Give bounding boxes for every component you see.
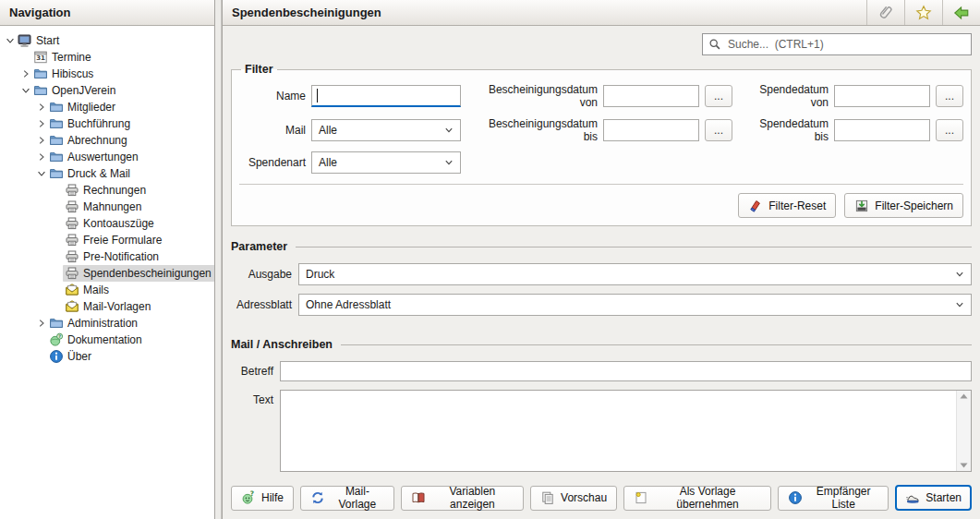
chevron-collapsed-icon[interactable] — [35, 102, 47, 114]
filter-save-button[interactable]: Filter-Speichern — [844, 193, 963, 218]
tree-item-content[interactable]: OpenJVerein — [31, 82, 119, 99]
book-icon — [411, 490, 426, 505]
bescheinigungsdatum-bis-picker-button[interactable]: ... — [705, 119, 732, 141]
chevron-down-icon — [955, 270, 964, 279]
spendedatum-bis-input[interactable] — [834, 119, 930, 141]
bescheinigungsdatum-bis-input[interactable] — [603, 119, 699, 141]
tree-item-content[interactable]: Mail-Vorlagen — [63, 298, 154, 315]
bescheinigungsdatum-von-picker-button[interactable]: ... — [705, 85, 732, 107]
tree-item-kontoauszuege[interactable]: Kontoauszüge — [0, 215, 214, 232]
bescheinigungsdatum-von-input[interactable] — [603, 85, 699, 107]
tree-item-content[interactable]: Hibiscus — [31, 66, 97, 82]
tree-item-label: Termine — [52, 51, 91, 64]
tree-item-content[interactable]: Über — [47, 348, 95, 365]
tree-item-content[interactable]: Kontoauszüge — [63, 215, 158, 232]
tree-item-content[interactable]: Start — [16, 32, 63, 49]
tree-item-label: Mail-Vorlagen — [83, 300, 151, 313]
template-icon — [634, 490, 648, 505]
als-vorlage-uebernehmen-button[interactable]: Als Vorlage übernehmen — [623, 486, 771, 511]
spendedatum-von-input[interactable] — [834, 85, 930, 107]
chevron-spacer — [51, 251, 63, 263]
tree-item-label: Mahnungen — [83, 200, 141, 213]
scroll-up-icon[interactable] — [960, 393, 968, 399]
filter-reset-button[interactable]: Filter-Reset — [738, 193, 836, 218]
page-title: Spendenbescheinigungen — [223, 6, 381, 19]
name-label: Name — [239, 90, 306, 103]
tree-item-content[interactable]: Druck & Mail — [47, 165, 134, 182]
spendenart-select-value: Alle — [319, 156, 337, 169]
hilfe-button[interactable]: ?Hilfe — [231, 486, 294, 511]
tree-item-content[interactable]: Freie Formulare — [63, 232, 165, 248]
adressblatt-select[interactable]: Ohne Adressblatt — [298, 294, 972, 316]
variablen-anzeigen-button[interactable]: Variablen anzeigen — [401, 486, 524, 511]
tree-item-buchfuehrung[interactable]: Buchführung — [0, 115, 214, 132]
chevron-collapsed-icon[interactable] — [35, 318, 47, 330]
starten-button[interactable]: Starten — [895, 485, 972, 511]
tree-item-content[interactable]: 31Termine — [31, 49, 95, 66]
search-icon — [708, 38, 721, 51]
tree-item-content[interactable]: Pre-Notification — [63, 248, 163, 265]
chevron-collapsed-icon[interactable] — [35, 151, 47, 163]
tree-item-mail-vorlagen[interactable]: Mail-Vorlagen — [0, 298, 214, 315]
tree-item-content[interactable]: ?Dokumentation — [47, 332, 146, 348]
tree-item-content[interactable]: Buchführung — [47, 115, 134, 132]
tree-item-administration[interactable]: Administration — [0, 315, 214, 332]
back-button[interactable] — [942, 0, 980, 25]
paperclip-button[interactable] — [866, 0, 904, 25]
tree-item-content[interactable]: Rechnungen — [63, 182, 150, 199]
text-area[interactable] — [281, 391, 956, 471]
tree-item-label: Kontoauszüge — [83, 217, 154, 230]
tree-item-pre-notification[interactable]: Pre-Notification — [0, 248, 214, 265]
panel-splitter[interactable] — [215, 0, 222, 519]
chevron-collapsed-icon[interactable] — [19, 68, 31, 80]
tree-item-mitglieder[interactable]: Mitglieder — [0, 99, 214, 115]
tree-item-rechnungen[interactable]: Rechnungen — [0, 182, 214, 199]
name-input-wrap — [311, 85, 461, 107]
chevron-expanded-icon[interactable] — [35, 168, 47, 180]
chevron-expanded-icon[interactable] — [19, 85, 31, 97]
star-button[interactable] — [904, 0, 942, 25]
tree-item-auswertungen[interactable]: Auswertungen — [0, 149, 214, 165]
chevron-expanded-icon[interactable] — [4, 35, 16, 47]
tree-item-content[interactable]: Administration — [47, 315, 141, 332]
mail-select[interactable]: Alle — [311, 119, 461, 141]
tree-item-abrechnung[interactable]: Abrechnung — [0, 132, 214, 149]
mail-vorlage-button[interactable]: Mail-Vorlage — [300, 486, 394, 511]
spendedatum-von-picker-button[interactable]: ... — [936, 85, 963, 107]
ausgabe-select[interactable]: Druck — [298, 263, 972, 285]
spendedatum-bis-picker-button[interactable]: ... — [936, 119, 963, 141]
filter-section: Filter Name Bescheinigungsdatum von ... — [231, 63, 972, 226]
empfaenger-liste-button[interactable]: Empfänger Liste — [778, 486, 889, 511]
main-panel: Spendenbescheinigungen Filter Name — [222, 0, 980, 519]
search-input[interactable] — [726, 37, 965, 52]
chevron-collapsed-icon[interactable] — [35, 118, 47, 130]
tree-item-content[interactable]: Spendenbescheinigungen — [63, 265, 214, 282]
spendenart-select[interactable]: Alle — [311, 151, 461, 174]
chevron-spacer — [35, 351, 47, 363]
tree-item-hibiscus[interactable]: Hibiscus — [0, 66, 214, 82]
name-input[interactable] — [311, 85, 461, 107]
scroll-down-icon[interactable] — [960, 463, 968, 468]
tree-item-dokumentation[interactable]: ?Dokumentation — [0, 332, 214, 348]
vorschau-button[interactable]: Vorschau — [530, 486, 617, 511]
sdatum-bis-group: Spendedatum bis ... — [744, 117, 963, 143]
tree-item-ueber[interactable]: Über — [0, 348, 214, 365]
tree-item-content[interactable]: Mahnungen — [63, 199, 145, 215]
tree-item-mahnungen[interactable]: Mahnungen — [0, 199, 214, 215]
betreff-input[interactable] — [280, 361, 972, 381]
tree-item-content[interactable]: Mitglieder — [47, 99, 119, 115]
tree-item-label: OpenJVerein — [52, 84, 115, 97]
tree-item-openjverein[interactable]: OpenJVerein — [0, 82, 214, 99]
tree-item-druck-mail[interactable]: Druck & Mail — [0, 165, 214, 182]
tree-item-spendenbescheinigungen[interactable]: Spendenbescheinigungen — [0, 265, 214, 282]
tree-item-content[interactable]: Abrechnung — [47, 132, 131, 149]
tree-item-mails[interactable]: Mails — [0, 282, 214, 298]
text-area-scrollbar[interactable] — [956, 391, 971, 471]
tree-item-freie-formulare[interactable]: Freie Formulare — [0, 232, 214, 248]
chevron-collapsed-icon[interactable] — [35, 135, 47, 147]
tree-item-content[interactable]: Mails — [63, 282, 113, 298]
search-box[interactable] — [702, 33, 972, 55]
tree-item-content[interactable]: Auswertungen — [47, 149, 142, 165]
tree-item-start[interactable]: Start — [0, 32, 214, 49]
tree-item-termine[interactable]: 31Termine — [0, 49, 214, 66]
